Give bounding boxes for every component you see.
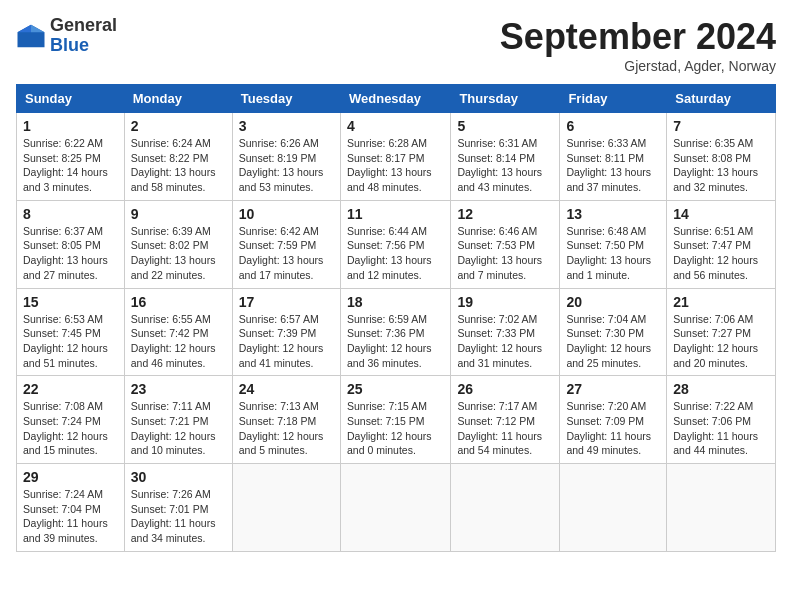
logo-text: General Blue [50, 16, 117, 56]
col-sunday: Sunday [17, 85, 125, 113]
day-number: 27 [566, 381, 660, 397]
table-cell: 13Sunrise: 6:48 AMSunset: 7:50 PMDayligh… [560, 200, 667, 288]
table-cell: 7Sunrise: 6:35 AMSunset: 8:08 PMDaylight… [667, 113, 776, 201]
table-cell: 17Sunrise: 6:57 AMSunset: 7:39 PMDayligh… [232, 288, 340, 376]
day-info: Sunrise: 7:20 AMSunset: 7:09 PMDaylight:… [566, 399, 660, 458]
col-tuesday: Tuesday [232, 85, 340, 113]
table-cell: 5Sunrise: 6:31 AMSunset: 8:14 PMDaylight… [451, 113, 560, 201]
day-info: Sunrise: 6:26 AMSunset: 8:19 PMDaylight:… [239, 136, 334, 195]
col-saturday: Saturday [667, 85, 776, 113]
table-cell [560, 464, 667, 552]
table-cell: 2Sunrise: 6:24 AMSunset: 8:22 PMDaylight… [124, 113, 232, 201]
table-cell: 23Sunrise: 7:11 AMSunset: 7:21 PMDayligh… [124, 376, 232, 464]
location: Gjerstad, Agder, Norway [500, 58, 776, 74]
logo-icon [16, 21, 46, 51]
table-cell: 10Sunrise: 6:42 AMSunset: 7:59 PMDayligh… [232, 200, 340, 288]
day-number: 14 [673, 206, 769, 222]
day-number: 23 [131, 381, 226, 397]
day-number: 30 [131, 469, 226, 485]
logo: General Blue [16, 16, 117, 56]
day-info: Sunrise: 7:22 AMSunset: 7:06 PMDaylight:… [673, 399, 769, 458]
day-info: Sunrise: 7:06 AMSunset: 7:27 PMDaylight:… [673, 312, 769, 371]
table-cell: 11Sunrise: 6:44 AMSunset: 7:56 PMDayligh… [340, 200, 450, 288]
day-info: Sunrise: 6:53 AMSunset: 7:45 PMDaylight:… [23, 312, 118, 371]
table-cell: 8Sunrise: 6:37 AMSunset: 8:05 PMDaylight… [17, 200, 125, 288]
table-row: 8Sunrise: 6:37 AMSunset: 8:05 PMDaylight… [17, 200, 776, 288]
day-info: Sunrise: 6:24 AMSunset: 8:22 PMDaylight:… [131, 136, 226, 195]
table-cell: 18Sunrise: 6:59 AMSunset: 7:36 PMDayligh… [340, 288, 450, 376]
day-info: Sunrise: 6:39 AMSunset: 8:02 PMDaylight:… [131, 224, 226, 283]
day-number: 12 [457, 206, 553, 222]
table-cell: 1Sunrise: 6:22 AMSunset: 8:25 PMDaylight… [17, 113, 125, 201]
day-info: Sunrise: 6:31 AMSunset: 8:14 PMDaylight:… [457, 136, 553, 195]
calendar-table: Sunday Monday Tuesday Wednesday Thursday… [16, 84, 776, 552]
day-number: 1 [23, 118, 118, 134]
day-info: Sunrise: 6:44 AMSunset: 7:56 PMDaylight:… [347, 224, 444, 283]
logo-blue: Blue [50, 36, 117, 56]
day-number: 20 [566, 294, 660, 310]
table-cell [451, 464, 560, 552]
day-number: 19 [457, 294, 553, 310]
day-info: Sunrise: 6:48 AMSunset: 7:50 PMDaylight:… [566, 224, 660, 283]
table-cell: 12Sunrise: 6:46 AMSunset: 7:53 PMDayligh… [451, 200, 560, 288]
logo-general: General [50, 16, 117, 36]
table-cell: 9Sunrise: 6:39 AMSunset: 8:02 PMDaylight… [124, 200, 232, 288]
table-row: 22Sunrise: 7:08 AMSunset: 7:24 PMDayligh… [17, 376, 776, 464]
day-info: Sunrise: 7:17 AMSunset: 7:12 PMDaylight:… [457, 399, 553, 458]
day-info: Sunrise: 6:37 AMSunset: 8:05 PMDaylight:… [23, 224, 118, 283]
table-cell: 27Sunrise: 7:20 AMSunset: 7:09 PMDayligh… [560, 376, 667, 464]
day-number: 3 [239, 118, 334, 134]
table-cell: 22Sunrise: 7:08 AMSunset: 7:24 PMDayligh… [17, 376, 125, 464]
page-header: General Blue September 2024 Gjerstad, Ag… [16, 16, 776, 74]
day-info: Sunrise: 6:22 AMSunset: 8:25 PMDaylight:… [23, 136, 118, 195]
col-thursday: Thursday [451, 85, 560, 113]
day-number: 4 [347, 118, 444, 134]
day-number: 21 [673, 294, 769, 310]
day-info: Sunrise: 7:04 AMSunset: 7:30 PMDaylight:… [566, 312, 660, 371]
day-info: Sunrise: 7:02 AMSunset: 7:33 PMDaylight:… [457, 312, 553, 371]
day-number: 7 [673, 118, 769, 134]
table-cell: 28Sunrise: 7:22 AMSunset: 7:06 PMDayligh… [667, 376, 776, 464]
table-cell: 26Sunrise: 7:17 AMSunset: 7:12 PMDayligh… [451, 376, 560, 464]
table-cell: 21Sunrise: 7:06 AMSunset: 7:27 PMDayligh… [667, 288, 776, 376]
day-number: 26 [457, 381, 553, 397]
day-info: Sunrise: 6:51 AMSunset: 7:47 PMDaylight:… [673, 224, 769, 283]
col-friday: Friday [560, 85, 667, 113]
month-title: September 2024 [500, 16, 776, 58]
day-number: 24 [239, 381, 334, 397]
day-number: 11 [347, 206, 444, 222]
day-number: 13 [566, 206, 660, 222]
day-info: Sunrise: 6:33 AMSunset: 8:11 PMDaylight:… [566, 136, 660, 195]
table-row: 1Sunrise: 6:22 AMSunset: 8:25 PMDaylight… [17, 113, 776, 201]
table-cell: 6Sunrise: 6:33 AMSunset: 8:11 PMDaylight… [560, 113, 667, 201]
day-info: Sunrise: 6:59 AMSunset: 7:36 PMDaylight:… [347, 312, 444, 371]
table-cell: 24Sunrise: 7:13 AMSunset: 7:18 PMDayligh… [232, 376, 340, 464]
day-info: Sunrise: 6:35 AMSunset: 8:08 PMDaylight:… [673, 136, 769, 195]
table-cell: 29Sunrise: 7:24 AMSunset: 7:04 PMDayligh… [17, 464, 125, 552]
table-cell: 20Sunrise: 7:04 AMSunset: 7:30 PMDayligh… [560, 288, 667, 376]
day-number: 17 [239, 294, 334, 310]
day-number: 5 [457, 118, 553, 134]
day-info: Sunrise: 7:11 AMSunset: 7:21 PMDaylight:… [131, 399, 226, 458]
table-cell: 25Sunrise: 7:15 AMSunset: 7:15 PMDayligh… [340, 376, 450, 464]
table-cell [340, 464, 450, 552]
table-cell: 3Sunrise: 6:26 AMSunset: 8:19 PMDaylight… [232, 113, 340, 201]
table-cell [667, 464, 776, 552]
day-number: 29 [23, 469, 118, 485]
day-info: Sunrise: 6:42 AMSunset: 7:59 PMDaylight:… [239, 224, 334, 283]
calendar-header-row: Sunday Monday Tuesday Wednesday Thursday… [17, 85, 776, 113]
table-cell: 14Sunrise: 6:51 AMSunset: 7:47 PMDayligh… [667, 200, 776, 288]
svg-marker-1 [31, 25, 45, 33]
col-monday: Monday [124, 85, 232, 113]
day-number: 16 [131, 294, 226, 310]
table-cell: 19Sunrise: 7:02 AMSunset: 7:33 PMDayligh… [451, 288, 560, 376]
day-number: 18 [347, 294, 444, 310]
day-info: Sunrise: 6:46 AMSunset: 7:53 PMDaylight:… [457, 224, 553, 283]
day-info: Sunrise: 6:28 AMSunset: 8:17 PMDaylight:… [347, 136, 444, 195]
day-number: 28 [673, 381, 769, 397]
day-info: Sunrise: 7:26 AMSunset: 7:01 PMDaylight:… [131, 487, 226, 546]
day-number: 25 [347, 381, 444, 397]
day-info: Sunrise: 7:24 AMSunset: 7:04 PMDaylight:… [23, 487, 118, 546]
day-number: 9 [131, 206, 226, 222]
day-number: 15 [23, 294, 118, 310]
